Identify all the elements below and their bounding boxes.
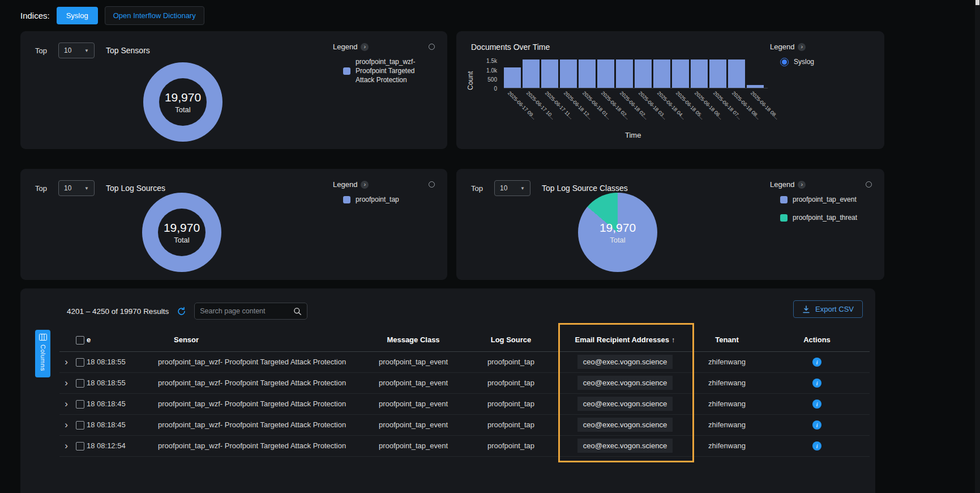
row-expand-icon[interactable] — [65, 441, 68, 450]
top-log-source-classes-pie-chart[interactable]: 19,970 Total — [578, 193, 657, 272]
indices-label: Indices: — [20, 11, 50, 20]
header-select-all — [73, 329, 87, 351]
scrollbar-thumb[interactable] — [975, 0, 979, 5]
bar-chart-y-ticks: 05001.0k1.5k — [478, 57, 500, 88]
documents-over-time-bar-chart[interactable]: 2025-06-17 09...2025-06-17 10...2025-06-… — [504, 57, 768, 88]
donut-center: 19,970 Total — [143, 62, 222, 142]
select-all-checkbox[interactable] — [76, 336, 84, 345]
top-sensors-donut-chart[interactable]: 19,970 Total — [143, 62, 222, 142]
legend-label: Legend — [333, 42, 357, 51]
panel-head: Top 10 ▼ Top Sensors — [35, 42, 150, 58]
cell-sensor: proofpoint_tap_wzf- Proofpoint Targeted … — [153, 372, 365, 393]
legend-item[interactable]: proofpoint_tap — [343, 195, 435, 204]
panel-circle-icon[interactable] — [429, 181, 435, 188]
cell-tenant: zhifenwang — [690, 414, 764, 435]
info-icon[interactable] — [812, 400, 821, 409]
syslog-index-button[interactable]: Syslog — [57, 7, 98, 24]
cell-log-source: proofpoint_tap — [461, 372, 560, 393]
header-email-recipient-addresses[interactable]: Email Recipient Addresses↑ — [560, 329, 690, 351]
legend-toggle[interactable]: Legend — [770, 42, 806, 51]
cell-time: 18 08:18:45 — [87, 414, 153, 435]
panel-circle-icon[interactable] — [866, 181, 872, 188]
row-expand-icon[interactable] — [65, 378, 68, 388]
top-count-dropdown[interactable]: 10 ▼ — [58, 180, 95, 196]
panel-head: Top 10 ▼ Top Log Source Classes — [471, 180, 628, 196]
legend: Legend proofpoint_tap — [333, 180, 435, 204]
cell-log-source: proofpoint_tap — [461, 435, 560, 456]
legend-item-label: proofpoint_tap_threat — [793, 213, 857, 222]
table-wrap: e Sensor Message Class Log Source Email … — [59, 329, 870, 457]
row-checkbox[interactable] — [76, 358, 84, 367]
info-icon[interactable] — [812, 441, 821, 450]
donut-center: 19,970 Total — [142, 193, 221, 272]
row-expand-icon[interactable] — [65, 420, 68, 430]
donut-center: 19,970 Total — [578, 193, 657, 272]
export-csv-button[interactable]: Export CSV — [793, 300, 863, 318]
cell-log-source: proofpoint_tap — [461, 393, 560, 414]
legend-label: Legend — [333, 180, 357, 189]
legend: Legend proofpoint_tap_event proofpoint_t… — [770, 180, 872, 222]
table-row[interactable]: 18 08:18:55 proofpoint_tap_wzf- Proofpoi… — [59, 372, 870, 393]
cell-message-class: proofpoint_tap_event — [365, 414, 461, 435]
table-row[interactable]: 18 08:18:45 proofpoint_tap_wzf- Proofpoi… — [59, 393, 870, 414]
donut-total-value: 19,970 — [165, 91, 201, 104]
cell-email: ceo@exec.vogon.science — [577, 397, 673, 411]
header-time[interactable]: e — [87, 329, 153, 351]
legend-item-label: Syslog — [794, 57, 814, 66]
legend-item[interactable]: proofpoint_tap_event — [780, 195, 872, 204]
page-scrollbar[interactable] — [975, 0, 980, 493]
table-row[interactable]: 18 08:18:55 proofpoint_tap_wzf- Proofpoi… — [59, 351, 870, 372]
legend-arrow-icon — [798, 43, 806, 51]
header-log-source[interactable]: Log Source — [461, 329, 560, 351]
bar: 2025-06-18 04... — [653, 57, 670, 88]
legend-arrow-icon — [361, 181, 369, 189]
header-message-class[interactable]: Message Class — [365, 329, 461, 351]
top-count-value: 10 — [500, 184, 507, 192]
bar-chart-x-axis-label: Time — [625, 131, 641, 139]
table-row[interactable]: 18 08:18:45 proofpoint_tap_wzf- Proofpoi… — [59, 414, 870, 435]
legend-toggle[interactable]: Legend — [333, 42, 369, 51]
top-log-sources-donut-chart[interactable]: 19,970 Total — [142, 193, 221, 272]
row-expand-icon[interactable] — [65, 399, 68, 409]
row-checkbox[interactable] — [76, 400, 84, 409]
info-icon[interactable] — [812, 420, 821, 430]
legend-label: Legend — [770, 180, 794, 189]
cell-tenant: zhifenwang — [690, 351, 764, 372]
legend-item[interactable]: proofpoint_tap_threat — [780, 213, 872, 222]
panel-top-log-sources: Top 10 ▼ Top Log Sources 19,970 Total Le… — [20, 169, 447, 280]
header-tenant[interactable]: Tenant — [690, 329, 764, 351]
row-checkbox[interactable] — [76, 379, 84, 388]
cell-log-source: proofpoint_tap — [461, 414, 560, 435]
donut-total-value: 19,970 — [164, 221, 200, 235]
panel-circle-icon[interactable] — [429, 44, 435, 50]
cell-message-class: proofpoint_tap_event — [365, 372, 461, 393]
legend-swatch-icon — [780, 196, 788, 203]
row-checkbox[interactable] — [76, 442, 84, 450]
row-checkbox[interactable] — [76, 421, 84, 430]
bar-rect — [541, 60, 558, 88]
legend: Legend proofpoint_tap_wzf- Proofpoint Ta… — [333, 42, 435, 85]
bar-rect — [747, 85, 764, 88]
refresh-button[interactable] — [177, 307, 186, 316]
search-input[interactable] — [200, 307, 293, 315]
bar-rect — [560, 60, 577, 88]
table-row[interactable]: 18 08:12:54 proofpoint_tap_wzf- Proofpoi… — [59, 435, 870, 456]
columns-button[interactable]: Columns — [35, 330, 50, 377]
info-icon[interactable] — [812, 379, 821, 388]
legend-toggle[interactable]: Legend — [333, 180, 369, 189]
legend-item-label: proofpoint_tap_wzf- Proofpoint Targeted … — [356, 57, 435, 85]
legend-item[interactable]: Syslog — [780, 57, 872, 66]
open-interflow-dictionary-button[interactable]: Open Interflow Dictionary — [105, 6, 204, 25]
top-count-dropdown[interactable]: 10 ▼ — [494, 180, 530, 196]
dropdown-caret-icon: ▼ — [84, 48, 89, 53]
indices-bar: Indices: Syslog Open Interflow Dictionar… — [0, 0, 980, 26]
header-sensor[interactable]: Sensor — [153, 329, 365, 351]
row-expand-icon[interactable] — [65, 357, 68, 367]
dashboard-screen: Indices: Syslog Open Interflow Dictionar… — [0, 0, 980, 493]
panel-title: Documents Over Time — [471, 42, 550, 52]
legend-item[interactable]: proofpoint_tap_wzf- Proofpoint Targeted … — [343, 57, 435, 85]
legend-toggle[interactable]: Legend — [770, 180, 806, 189]
top-count-dropdown[interactable]: 10 ▼ — [58, 42, 95, 58]
bar: 2025-06-17 10... — [523, 57, 540, 88]
info-icon[interactable] — [812, 358, 821, 367]
